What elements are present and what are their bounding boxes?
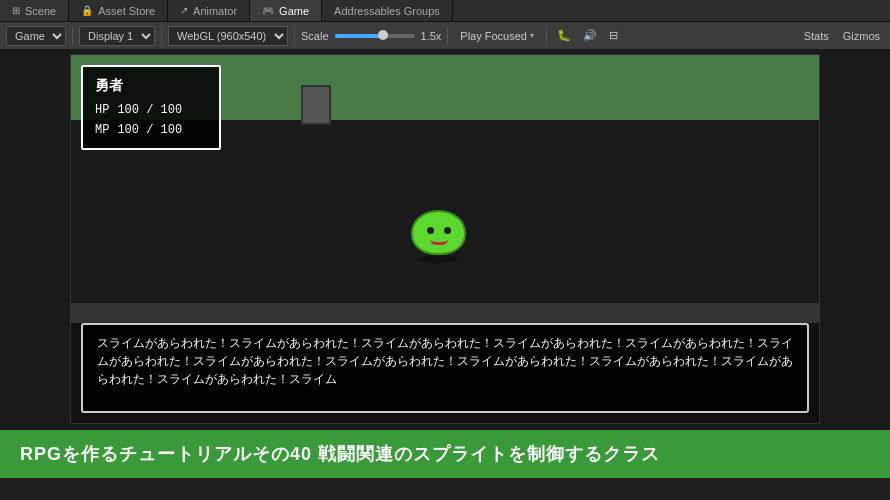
stats-area: Stats Gizmos xyxy=(800,28,884,44)
slime-eye-left xyxy=(427,227,434,234)
slime-body xyxy=(411,210,466,255)
tab-bar: ⊞ Scene 🔒 Asset Store ↗ Animator 🎮 Game … xyxy=(0,0,890,22)
scale-thumb xyxy=(378,30,388,40)
game-viewport: 勇者 HP 100 / 100 MP 100 / 100 スライ xyxy=(70,54,820,424)
character-name: 勇者 xyxy=(95,75,207,97)
dialog-box: スライムがあらわれた！スライムがあらわれた！スライムがあらわれた！スライムがあら… xyxy=(81,323,809,413)
game-icon: 🎮 xyxy=(262,5,274,16)
tab-game[interactable]: 🎮 Game xyxy=(250,0,322,21)
hp-stat: HP 100 / 100 xyxy=(95,101,207,120)
slime-character xyxy=(411,210,466,265)
animator-icon: ↗ xyxy=(180,5,188,16)
slime-mouth xyxy=(430,239,448,245)
asset-store-icon: 🔒 xyxy=(81,5,93,16)
divider-2 xyxy=(161,27,162,45)
scale-control: Scale 1.5x xyxy=(301,30,441,42)
hp-label: HP xyxy=(95,101,109,120)
door-element xyxy=(301,85,331,125)
scale-fill xyxy=(335,34,383,38)
dialog-text: スライムがあらわれた！スライムがあらわれた！スライムがあらわれた！スライムがあら… xyxy=(97,337,793,387)
mp-stat: MP 100 / 100 xyxy=(95,121,207,140)
tab-game-label: Game xyxy=(279,5,309,17)
slime-shadow xyxy=(419,255,459,263)
gizmos-button[interactable]: Gizmos xyxy=(839,28,884,44)
slime-eye-right xyxy=(444,227,451,234)
tab-scene-label: Scene xyxy=(25,5,56,17)
slime-eyes xyxy=(427,227,451,234)
bottom-banner: RPGを作るチュートリアルその40 戦闘関連のスプライトを制御するクラス xyxy=(0,430,890,478)
game-select[interactable]: Game xyxy=(6,26,66,46)
play-focused-button[interactable]: Play Focused ▾ xyxy=(454,30,540,42)
game-area: 勇者 HP 100 / 100 MP 100 / 100 スライ xyxy=(0,50,890,430)
divider-3 xyxy=(294,27,295,45)
stats-button[interactable]: Stats xyxy=(800,28,833,44)
scale-label: Scale xyxy=(301,30,329,42)
tab-animator[interactable]: ↗ Animator xyxy=(168,0,250,21)
hud-box: 勇者 HP 100 / 100 MP 100 / 100 xyxy=(81,65,221,150)
tab-scene[interactable]: ⊞ Scene xyxy=(0,0,69,21)
tab-addressables[interactable]: Addressables Groups xyxy=(322,0,453,21)
mp-value: 100 / 100 xyxy=(117,121,182,140)
resolution-select[interactable]: WebGL (960x540) xyxy=(168,26,288,46)
play-focused-label: Play Focused xyxy=(460,30,527,42)
banner-text: RPGを作るチュートリアルその40 戦闘関連のスプライトを制御するクラス xyxy=(20,442,660,466)
tab-animator-label: Animator xyxy=(193,5,237,17)
divider-1 xyxy=(72,27,73,45)
divider-4 xyxy=(447,27,448,45)
display-select[interactable]: Display 1 xyxy=(79,26,155,46)
hp-value: 100 / 100 xyxy=(117,101,182,120)
layout-icon-button[interactable]: ⊟ xyxy=(605,27,622,44)
floor-strip xyxy=(71,303,819,323)
tab-asset-store-label: Asset Store xyxy=(98,5,155,17)
scene-icon: ⊞ xyxy=(12,5,20,16)
toolbar: Game Display 1 WebGL (960x540) Scale 1.5… xyxy=(0,22,890,50)
mp-label: MP xyxy=(95,121,109,140)
scale-slider[interactable] xyxy=(335,34,415,38)
divider-5 xyxy=(546,27,547,45)
tab-asset-store[interactable]: 🔒 Asset Store xyxy=(69,0,168,21)
bug-icon-button[interactable]: 🐛 xyxy=(553,27,575,44)
scale-value: 1.5x xyxy=(421,30,442,42)
tab-addressables-label: Addressables Groups xyxy=(334,5,440,17)
chevron-down-icon: ▾ xyxy=(530,31,534,40)
audio-icon-button[interactable]: 🔊 xyxy=(579,27,601,44)
